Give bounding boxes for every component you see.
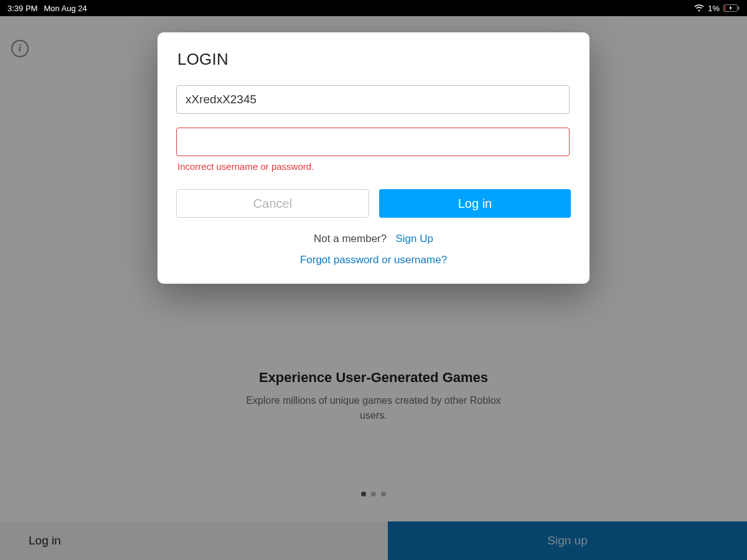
username-field[interactable] [176, 85, 570, 114]
forgot-link[interactable]: Forgot password or username? [300, 254, 447, 266]
battery-icon [723, 4, 740, 12]
login-modal: LOGIN Incorrect username or password. Ca… [157, 32, 590, 284]
not-member-label: Not a member? [314, 233, 387, 245]
status-time: 3:39 PM [7, 4, 37, 13]
error-message: Incorrect username or password. [177, 161, 571, 172]
wifi-icon [694, 4, 704, 12]
cancel-button[interactable]: Cancel [176, 189, 369, 218]
status-date: Mon Aug 24 [44, 4, 87, 13]
signup-link[interactable]: Sign Up [395, 233, 433, 245]
battery-percent: 1% [708, 4, 720, 13]
login-button[interactable]: Log in [379, 189, 571, 218]
password-field[interactable] [176, 128, 570, 156]
svg-rect-1 [725, 6, 725, 11]
modal-title: LOGIN [177, 50, 571, 69]
status-bar: 3:39 PM Mon Aug 24 1% [0, 0, 747, 16]
svg-rect-2 [738, 7, 740, 10]
